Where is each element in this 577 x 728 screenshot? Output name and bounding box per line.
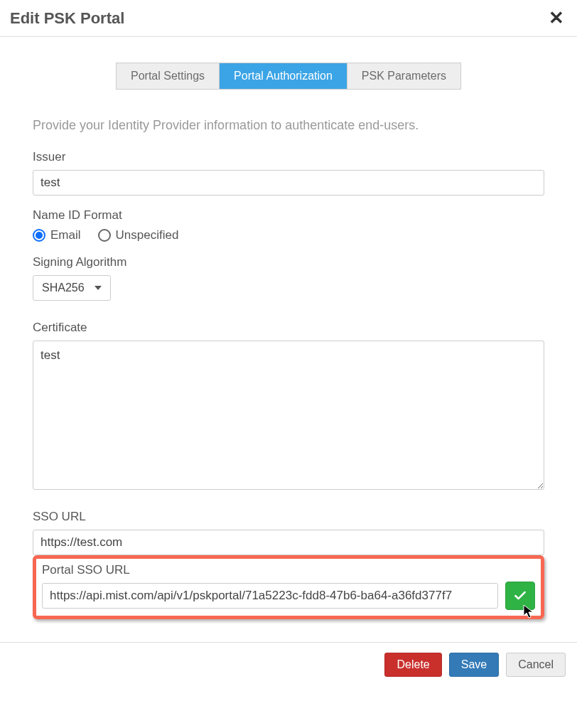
help-text: Provide your Identity Provider informati… [33,118,544,133]
radio-icon [33,229,45,242]
tabs-nav: Portal Settings Portal Authorization PSK… [33,63,544,90]
sso-url-input[interactable] [33,530,544,555]
tab-portal-authorization[interactable]: Portal Authorization [220,63,347,89]
tab-portal-settings[interactable]: Portal Settings [117,63,220,89]
radio-email-label: Email [50,228,81,242]
close-icon[interactable]: ✕ [546,7,567,29]
signing-algorithm-label: Signing Algorithm [33,255,544,269]
tab-psk-parameters[interactable]: PSK Parameters [347,63,460,89]
certificate-textarea[interactable] [33,341,544,490]
delete-button[interactable]: Delete [384,653,441,677]
issuer-label: Issuer [33,150,544,164]
check-icon [513,589,527,603]
modal-title: Edit PSK Portal [10,9,124,28]
chevron-down-icon [95,286,102,290]
cancel-button[interactable]: Cancel [506,653,566,677]
signing-algorithm-select[interactable]: SHA256 [33,275,111,301]
name-id-label: Name ID Format [33,208,544,223]
certificate-label: Certificate [33,321,544,335]
portal-sso-url-label: Portal SSO URL [42,563,535,577]
portal-sso-url-input[interactable] [42,583,498,609]
save-button[interactable]: Save [449,653,499,677]
portal-sso-highlight: Portal SSO URL [33,555,544,619]
sso-url-label: SSO URL [33,510,544,524]
radio-icon [98,229,111,242]
radio-email[interactable]: Email [33,228,81,242]
radio-unspecified-label: Unspecified [116,228,179,242]
radio-unspecified[interactable]: Unspecified [98,228,179,242]
select-value: SHA256 [42,282,85,294]
confirm-button[interactable] [505,582,535,610]
issuer-input[interactable] [33,170,544,196]
